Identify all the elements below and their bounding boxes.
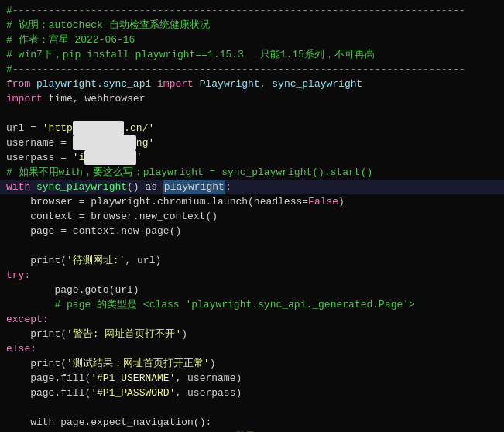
fill2-comma: , [175, 386, 187, 400]
fill1-comma: , [175, 371, 187, 386]
line-except: except: [0, 312, 504, 327]
keyword-import2: import [6, 91, 43, 106]
fill1-username: username [187, 371, 235, 386]
print-warn-func: print( [30, 327, 67, 341]
keyword-else: else: [6, 341, 36, 356]
keyword-import: import [151, 77, 199, 91]
module-name: playwright.sync_api [36, 77, 151, 91]
indent8 [6, 283, 54, 297]
indent4f [6, 356, 30, 371]
line-try: try: [0, 268, 504, 283]
indent4e [6, 327, 30, 341]
fill1-selector: '#P1_USERNAME' [91, 371, 175, 386]
line-blank2 [0, 238, 504, 253]
line-with: with sync_playwright() as playwright: [0, 180, 504, 194]
comment-text: #---------------------------------------… [6, 62, 465, 77]
line-print-ok: print('测试结果：网址首页打开正常') [0, 356, 504, 371]
indent8b [6, 297, 54, 312]
line-print-url: print('待测网址:', url) [0, 253, 504, 268]
line-username: username = XXXXXXXXXXng' [0, 135, 504, 150]
keyword-try: try: [6, 268, 30, 283]
print-url-arg: , url) [125, 253, 161, 268]
warn-string: '警告: 网址首页打不开' [67, 327, 181, 341]
username-string-end: ng' [136, 135, 154, 150]
ok-string: '测试结果：网址首页打开正常' [67, 356, 210, 371]
url-redacted: XXXXXXXX [73, 121, 124, 135]
comment-text: # 作者：宫星 2022-06-16 [6, 33, 135, 47]
comment-text: # 说明：autocheck_自动检查系统健康状况 [6, 18, 210, 33]
indent4b [6, 209, 30, 224]
print-str: '待测网址:' [67, 253, 125, 268]
with-as: () as [127, 180, 163, 194]
url-assign: url = [6, 121, 43, 135]
fill2-close: ) [235, 386, 242, 400]
comment-text: #---------------------------------------… [6, 3, 465, 18]
userpass-assign: userpass = [6, 150, 73, 165]
line-fill2: page.fill('#P1_PASSWORD', userpass) [0, 386, 504, 400]
print-ok-close: ) [210, 356, 216, 371]
line-blank3 [0, 400, 504, 415]
browser-assign: browser = playwright.chromium.launch(hea… [30, 194, 308, 209]
fill2-userpass: userpass [187, 386, 235, 400]
line-goto: page.goto(url) [0, 283, 504, 297]
userpass-string-end: ' [136, 150, 142, 165]
fill1-close: ) [235, 371, 242, 386]
line-context: context = browser.new_context() [0, 209, 504, 224]
browser-close: ) [338, 194, 345, 209]
fill2-selector: '#P1_PASSWORD' [91, 386, 175, 400]
print-func: print( [30, 253, 67, 268]
line-divider-bottom: #---------------------------------------… [0, 62, 504, 77]
indent4 [6, 194, 30, 209]
line-with-nav: with page.expect_navigation(): [0, 415, 504, 430]
line-author: # 作者：宫星 2022-06-16 [0, 33, 504, 47]
false-keyword: False [308, 194, 338, 209]
keyword-except: except: [6, 312, 49, 327]
line-url: url = 'httpXXXXXXXX.cn/' [0, 121, 504, 135]
line-divider-top: #---------------------------------------… [0, 3, 504, 18]
indent4g [6, 371, 30, 386]
playwright-highlighted: playwright [163, 180, 225, 194]
print-warn-close: ) [181, 327, 187, 341]
func-sync-playwright: sync_playwright [36, 180, 127, 194]
username-redacted: XXXXXXXXXX [73, 135, 136, 150]
line-print-warn: print('警告: 网址首页打不开') [0, 327, 504, 341]
code-editor: #---------------------------------------… [0, 0, 504, 432]
line-browser: browser = playwright.chromium.launch(hea… [0, 194, 504, 209]
keyword-with: with [6, 180, 36, 194]
line-comment1: # 如果不用with，要这么写：playwright = sync_playwr… [0, 165, 504, 180]
line-else: else: [0, 341, 504, 356]
line-fill1: page.fill('#P1_USERNAME', username) [0, 371, 504, 386]
line-userpass: userpass = 'iXXXXXXXX' [0, 150, 504, 165]
import2-modules: time, webbrowser [43, 91, 146, 106]
context-assign: context = browser.new_context() [30, 209, 218, 224]
url-string-start: 'http [43, 121, 73, 135]
line-page-type-comment: # page 的类型是 <class 'playwright.sync_api.… [0, 297, 504, 312]
username-assign: username = [6, 135, 73, 150]
userpass-redacted: XXXXXXXX [84, 150, 135, 165]
with-colon: : [225, 180, 231, 194]
fill1-func: page.fill( [30, 371, 91, 386]
indent4i [6, 415, 30, 430]
page-assign: page = context.new_page() [30, 224, 181, 238]
page-type-comment-text: # page 的类型是 <class 'playwright.sync_api.… [54, 297, 414, 312]
line-win7: # win7下，pip install playwright==1.15.3 ，… [0, 47, 504, 62]
userpass-string-start: 'i [73, 150, 85, 165]
line-import2: import time, webbrowser [0, 91, 504, 106]
indent4c [6, 224, 30, 238]
comment-text: # win7下，pip install playwright==1.15.3 ，… [6, 47, 375, 62]
line-page: page = context.new_page() [0, 224, 504, 238]
url-string-end: .cn/' [124, 121, 154, 135]
print-ok-func: print( [30, 356, 67, 371]
comment-text: # 如果不用with，要这么写：playwright = sync_playwr… [6, 165, 372, 180]
with-nav-code: with page.expect_navigation(): [30, 415, 211, 430]
indent4d [6, 253, 30, 268]
line-blank1 [0, 106, 504, 121]
keyword-from: from [6, 77, 36, 91]
indent4h [6, 386, 30, 400]
goto-call: page.goto(url) [54, 283, 139, 297]
line-import1: from playwright.sync_api import Playwrig… [0, 77, 504, 91]
import-names: Playwright, sync_playwright [200, 77, 363, 91]
line-desc: # 说明：autocheck_自动检查系统健康状况 [0, 18, 504, 33]
fill2-func: page.fill( [30, 386, 91, 400]
